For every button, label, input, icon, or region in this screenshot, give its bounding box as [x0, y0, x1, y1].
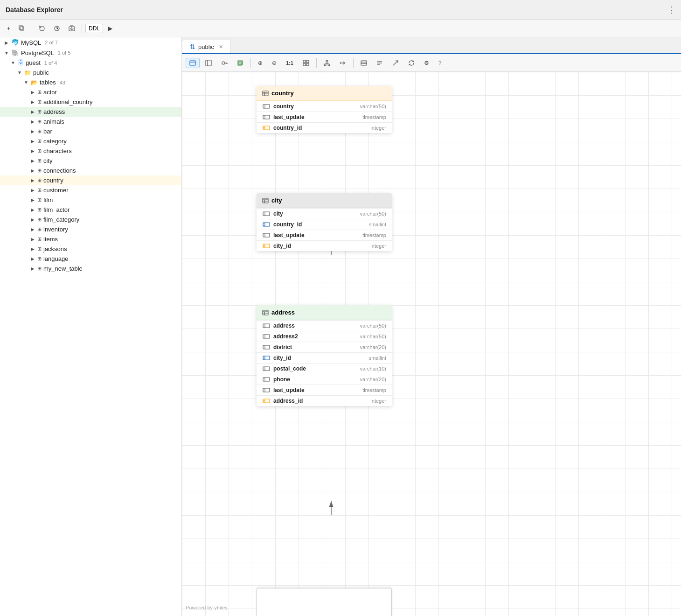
svg-rect-53	[263, 198, 268, 203]
svg-point-81	[264, 358, 264, 359]
refresh-button[interactable]	[35, 23, 49, 34]
diagram-btn-list[interactable]	[373, 58, 387, 68]
menu-icon[interactable]: ⋮	[667, 5, 675, 15]
sidebar-item-customer[interactable]: ▶ ⊞ customer	[0, 185, 181, 195]
pk-icon	[262, 125, 271, 131]
sidebar-item-address[interactable]: ▶ ⊞ address	[0, 107, 181, 117]
add-button[interactable]: +	[4, 23, 14, 34]
sidebar-item-postgresql[interactable]: ▼ 🐘 PostgreSQL 1 of 5	[0, 48, 181, 58]
address-col-address: address varchar(50)	[257, 320, 392, 331]
svg-rect-76	[263, 345, 270, 349]
tab-icon: ⇅	[190, 43, 195, 50]
sidebar-item-film[interactable]: ▶ ⊞ film	[0, 195, 181, 205]
mysql-label: MySQL	[21, 39, 41, 46]
diagram-sep-1	[250, 58, 251, 68]
run-button[interactable]: ▶	[105, 23, 116, 34]
sidebar-item-language[interactable]: ▶ ⊞ language	[0, 254, 181, 264]
diagram-btn-export[interactable]	[389, 58, 403, 68]
sidebar-item-my_new_table[interactable]: ▶ ⊞ my_new_table	[0, 264, 181, 273]
table-icon: ⊞	[37, 266, 42, 272]
sidebar-item-city[interactable]: ▶ ⊞ city	[0, 156, 181, 166]
svg-point-90	[264, 400, 265, 402]
sidebar-item-film_category[interactable]: ▶ ⊞ film_category	[0, 215, 181, 224]
mysql-badge: 2 of 7	[45, 40, 58, 45]
schema-button[interactable]	[50, 23, 63, 34]
svg-rect-15	[303, 60, 306, 63]
sidebar-item-public[interactable]: ▼ 📁 public	[0, 68, 181, 77]
sidebar-item-jacksons[interactable]: ▶ ⊞ jacksons	[0, 244, 181, 254]
svg-point-52	[264, 127, 265, 129]
tab-close-button[interactable]: ✕	[219, 44, 223, 50]
sidebar-item-bar[interactable]: ▶ ⊞ bar	[0, 126, 181, 136]
diagram-btn-column[interactable]	[202, 58, 215, 68]
svg-line-35	[393, 61, 398, 65]
table-address[interactable]: address address varchar(50) address2 var…	[257, 305, 392, 406]
svg-rect-48	[263, 115, 270, 119]
table-icon: ⊞	[37, 217, 42, 223]
diagram-btn-sync[interactable]	[404, 58, 418, 68]
diagram-btn-note[interactable]	[233, 58, 247, 68]
copy-button[interactable]	[15, 23, 28, 34]
diagram-btn-settings[interactable]: ⚙	[420, 58, 433, 68]
city-table-header: city	[257, 193, 392, 208]
country-table-header: country	[257, 86, 392, 101]
table-grid-icon	[262, 90, 269, 97]
col-icon	[262, 322, 271, 329]
tab-area: ⇅ public ✕ ⊕ ⊖ 1:1	[182, 37, 681, 616]
sidebar-item-category[interactable]: ▶ ⊞ category	[0, 136, 181, 146]
sidebar-item-actor[interactable]: ▶ ⊞ actor	[0, 87, 181, 97]
sidebar-item-country[interactable]: ▶ ⊞ country	[0, 175, 181, 185]
table-city[interactable]: city city varchar(50) country_id smallin…	[257, 193, 392, 251]
diagram-canvas[interactable]: country_id city_id country country varch…	[182, 72, 681, 616]
tab-public[interactable]: ⇅ public ✕	[182, 40, 231, 53]
tab-bar: ⇅ public ✕	[182, 37, 681, 54]
diagram-btn-key[interactable]	[217, 58, 231, 68]
diagram-btn-fit[interactable]	[299, 58, 313, 68]
sidebar-item-film_actor[interactable]: ▶ ⊞ film_actor	[0, 205, 181, 215]
svg-rect-63	[263, 233, 270, 237]
main-layout: ▶ 🐬 MySQL 2 of 7 ▼ 🐘 PostgreSQL 1 of 5 ▼…	[0, 37, 681, 616]
diagram-btn-table[interactable]	[357, 58, 371, 68]
postgresql-icon: 🐘	[11, 49, 19, 56]
sidebar-item-animals[interactable]: ▶ ⊞ animals	[0, 117, 181, 126]
diagram-btn-ratio[interactable]: 1:1	[282, 58, 297, 68]
address-table-header: address	[257, 305, 392, 320]
table-country[interactable]: country country varchar(50) last_update …	[257, 86, 392, 133]
sidebar-item-mysql[interactable]: ▶ 🐬 MySQL 2 of 7	[0, 37, 181, 48]
ddl-label[interactable]: DDL	[85, 24, 103, 33]
address-col-last_update: last_update timestamp	[257, 385, 392, 395]
diagram-btn-entity[interactable]	[186, 58, 200, 68]
sidebar-item-tables[interactable]: ▼ 📂 tables 43	[0, 77, 181, 87]
svg-point-67	[264, 245, 265, 247]
toolbar-sep-1	[32, 24, 32, 33]
sidebar-item-characters[interactable]: ▶ ⊞ characters	[0, 146, 181, 156]
svg-rect-82	[263, 367, 270, 371]
svg-point-19	[326, 60, 328, 62]
country-col-country_id: country_id integer	[257, 122, 392, 133]
sidebar-item-guest[interactable]: ▼ 🗄 guest 1 of 4	[0, 58, 181, 68]
tables-count: 43	[60, 80, 65, 85]
svg-rect-16	[306, 60, 309, 63]
sidebar-item-connections[interactable]: ▶ ⊞ connections	[0, 166, 181, 175]
table-icon: ⊞	[37, 89, 42, 95]
sidebar-item-additional_country[interactable]: ▶ ⊞ additional_country	[0, 97, 181, 107]
address-col-phone: phone varchar(20)	[257, 374, 392, 385]
country-table-title: country	[271, 90, 294, 97]
diagram-btn-help[interactable]: ?	[435, 58, 445, 68]
guest-label: guest	[26, 59, 41, 66]
table-icon: ⊞	[37, 138, 42, 144]
diagram-btn-branch[interactable]	[320, 58, 334, 68]
col-icon	[262, 387, 271, 393]
col-icon	[262, 376, 271, 383]
public-label: public	[33, 69, 49, 76]
export-button[interactable]	[65, 23, 78, 34]
sidebar-item-items[interactable]: ▶ ⊞ items	[0, 234, 181, 244]
diagram-btn-plus[interactable]: ⊕	[254, 58, 266, 68]
svg-marker-12	[238, 61, 243, 65]
svg-line-23	[325, 63, 327, 64]
svg-rect-84	[263, 378, 270, 381]
diagram-btn-minus[interactable]: ⊖	[268, 58, 280, 68]
guest-icon: 🗄	[18, 59, 24, 66]
sidebar-item-inventory[interactable]: ▶ ⊞ inventory	[0, 224, 181, 234]
diagram-btn-arrow[interactable]	[336, 58, 350, 68]
